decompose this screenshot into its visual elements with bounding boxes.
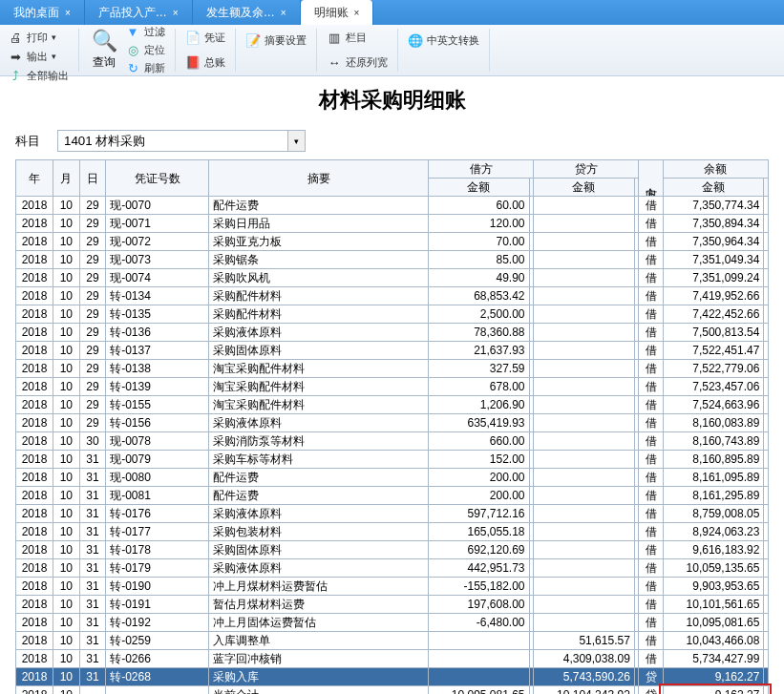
table-row[interactable]: 20181031现-0080配件运费200.00借8,161,095.89 <box>16 469 769 487</box>
close-icon[interactable]: × <box>281 8 286 18</box>
reset-width-button[interactable]: ↔还原列宽 <box>325 53 390 71</box>
col-dr[interactable]: 借方 <box>428 160 533 179</box>
cell-summary: 采购液体原料 <box>209 559 429 578</box>
cell-dr: 68,853.42 <box>428 287 529 305</box>
cell-month: 10 <box>53 668 80 686</box>
cell-vno: 转-0179 <box>106 559 209 578</box>
cell-dr: 442,951.73 <box>428 559 529 578</box>
table-row[interactable]: 20181031现-0081配件运费200.00借8,161,295.89 <box>16 487 769 505</box>
query-button[interactable]: 🔍查询 <box>87 28 121 73</box>
table-row[interactable]: 20181031转-0190冲上月煤材料运费暂估-155,182.00借9,90… <box>16 578 769 596</box>
cell-dr: 692,120.69 <box>428 541 529 559</box>
col-vno[interactable]: 凭证号数 <box>106 160 209 197</box>
col-cr-amt[interactable]: 金额 <box>534 179 635 197</box>
cell-vno: 转-0266 <box>106 650 209 668</box>
close-icon[interactable]: × <box>173 8 179 18</box>
subject-label: 科目 <box>15 133 40 150</box>
col-day[interactable]: 日 <box>79 160 106 197</box>
cell-year: 2018 <box>16 342 53 360</box>
table-row[interactable]: 20181029现-0071采购日用品120.00借7,350,894.34 <box>16 215 769 233</box>
output-all-button[interactable]: ⤴全部输出 <box>6 67 71 84</box>
cell-cr <box>534 432 635 451</box>
table-row[interactable]: 20181029转-0136采购液体原料78,360.88借7,500,813.… <box>16 324 769 342</box>
lang-toggle-button[interactable]: 🌐中英文转换 <box>406 32 481 50</box>
filter-button[interactable]: ▼过滤 <box>123 24 167 41</box>
tab-发生额及余…[interactable]: 发生额及余…× <box>193 0 301 25</box>
col-dr-amt[interactable]: 金额 <box>428 179 529 197</box>
cell-cr <box>534 505 635 523</box>
table-row[interactable]: 20181031转-0192冲上月固体运费暂估-6,480.00借10,095,… <box>16 614 769 632</box>
cell-dr: 660.00 <box>428 432 529 451</box>
table-row[interactable]: 20181029现-0072采购亚克力板70.00借7,350,964.34 <box>16 233 769 251</box>
table-row[interactable]: 20181031转-0179采购液体原料442,951.73借10,059,13… <box>16 559 769 578</box>
table-row[interactable]: 20181031现-0079采购车标等材料152.00借8,160,895.89 <box>16 451 769 469</box>
col-summary[interactable]: 摘要 <box>209 160 429 197</box>
voucher-button[interactable]: 📄凭证 <box>183 30 227 47</box>
cell-bal: 7,350,774.34 <box>663 197 764 215</box>
col-cr[interactable]: 贷方 <box>534 160 639 179</box>
table-row[interactable]: 20181031转-0176采购液体原料597,712.16借8,759,008… <box>16 505 769 523</box>
cell-dr: 597,712.16 <box>428 505 529 523</box>
table-row[interactable]: 20181031转-0266蓝字回冲核销4,309,038.09借5,734,4… <box>16 650 769 668</box>
cell-day: 29 <box>79 360 106 378</box>
tab-我的桌面[interactable]: 我的桌面× <box>0 0 85 25</box>
cell-month: 10 <box>53 197 80 215</box>
table-row[interactable]: 20181029现-0070配件运费60.00借7,350,774.34 <box>16 197 769 215</box>
cell-month: 10 <box>53 451 80 469</box>
table-row[interactable]: 20181031转-0191暂估月煤材料运费197,608.00借10,101,… <box>16 596 769 614</box>
cell-year: 2018 <box>16 378 53 396</box>
col-month[interactable]: 月 <box>53 160 80 197</box>
col-dir[interactable]: 方向 <box>639 160 663 197</box>
cell-sp <box>764 650 769 668</box>
cell-summary: 采购固体原料 <box>209 342 429 360</box>
cell-vno: 转-0176 <box>106 505 209 523</box>
col-bal-amt[interactable]: 金额 <box>663 179 764 197</box>
cell-day: 31 <box>79 650 106 668</box>
cell-bal: 8,759,008.05 <box>663 505 764 523</box>
cell-vno: 转-0190 <box>106 578 209 596</box>
table-row[interactable]: 20181029转-0156采购液体原料635,419.93借8,160,083… <box>16 414 769 432</box>
export-button[interactable]: ➡输出 ▾ <box>6 48 71 65</box>
cell-day: 29 <box>79 287 106 305</box>
table-row[interactable]: 201810当前合计10,095,081.6510,104,243.92贷9,1… <box>16 686 769 695</box>
table-row[interactable]: 20181030现-0078采购消防泵等材料660.00借8,160,743.8… <box>16 432 769 451</box>
cell-vno: 现-0078 <box>106 432 209 451</box>
subject-input[interactable] <box>57 130 306 152</box>
tab-产品投入产…[interactable]: 产品投入产…× <box>85 0 193 25</box>
tab-明细账[interactable]: 明细账× <box>301 0 374 25</box>
col-bal[interactable]: 余额 <box>663 160 768 179</box>
cell-cr <box>534 487 635 505</box>
table-row[interactable]: 20181029转-0139淘宝采购配件材料678.00借7,523,457.0… <box>16 378 769 396</box>
print-button[interactable]: 🖨打印 ▾ <box>6 29 71 46</box>
close-icon[interactable]: × <box>65 8 71 18</box>
cell-dir: 借 <box>639 233 663 251</box>
table-row[interactable]: 20181031转-0177采购包装材料165,055.18借8,924,063… <box>16 523 769 541</box>
refresh-button[interactable]: ↻刷新 <box>123 60 167 77</box>
table-row[interactable]: 20181029转-0135采购配件材料2,500.00借7,422,452.6… <box>16 305 769 324</box>
table-row[interactable]: 20181031转-0178采购固体原料692,120.69借9,616,183… <box>16 541 769 559</box>
table-row[interactable]: 20181029现-0073采购锯条85.00借7,351,049.34 <box>16 251 769 269</box>
table-row[interactable]: 20181029转-0155淘宝采购配件材料1,206.90借7,524,663… <box>16 396 769 414</box>
cell-dir: 借 <box>639 650 663 668</box>
cell-cr <box>534 414 635 432</box>
col-year[interactable]: 年 <box>16 160 53 197</box>
subject-select[interactable]: ▾ <box>57 130 306 152</box>
table-row[interactable]: 20181029现-0074采购吹风机49.90借7,351,099.24 <box>16 269 769 287</box>
chevron-down-icon[interactable]: ▾ <box>287 131 305 151</box>
cell-day: 31 <box>79 451 106 469</box>
table-row[interactable]: 20181031转-0268采购入库5,743,590.26贷9,162.27 <box>16 668 769 686</box>
cell-sp <box>764 251 769 269</box>
column-button[interactable]: ▥栏目 <box>325 30 390 47</box>
cell-dir: 借 <box>639 269 663 287</box>
table-row[interactable]: 20181029转-0138淘宝采购配件材料327.59借7,522,779.0… <box>16 360 769 378</box>
summary-set-button[interactable]: 📝摘要设置 <box>244 32 308 50</box>
table-row[interactable]: 20181031转-0259入库调整单51,615.57借10,043,466.… <box>16 632 769 650</box>
table-row[interactable]: 20181029转-0134采购配件材料68,853.42借7,419,952.… <box>16 287 769 305</box>
cell-dr: 70.00 <box>428 233 529 251</box>
cell-vno: 现-0072 <box>106 233 209 251</box>
cell-year: 2018 <box>16 432 53 451</box>
gl-button[interactable]: 📕总账 <box>183 53 227 71</box>
locate-button[interactable]: ◎定位 <box>123 42 167 59</box>
close-icon[interactable]: × <box>354 8 360 18</box>
table-row[interactable]: 20181029转-0137采购固体原料21,637.93借7,522,451.… <box>16 342 769 360</box>
